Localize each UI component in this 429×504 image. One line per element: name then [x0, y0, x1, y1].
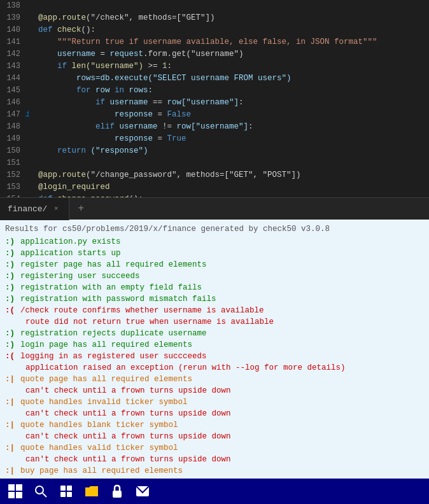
line-content: elif username != row["username"]: — [36, 121, 429, 133]
terminal-subtext: can't check until a frown turns upside d… — [5, 454, 424, 465]
terminal-text: login page has all required elements — [20, 339, 192, 351]
tab-finance[interactable]: finance/ × — [0, 198, 69, 220]
code-editor: 138139@app.route("/check", methods=["GET… — [0, 0, 429, 197]
terminal-status: :) — [5, 236, 18, 248]
tab-add-button[interactable]: + — [72, 200, 90, 218]
terminal-subtext: can't check until a frown turns upside d… — [5, 408, 424, 419]
search-taskbar-button[interactable] — [31, 481, 51, 501]
terminal-text: registering user succeeds — [20, 270, 140, 282]
terminal-subtext: route did not return true when username … — [5, 316, 424, 328]
svg-rect-3 — [16, 492, 22, 498]
task-view-button[interactable] — [56, 481, 76, 501]
line-number: 142 — [0, 48, 25, 60]
svg-rect-1 — [16, 484, 22, 491]
terminal-status: :| — [5, 442, 18, 454]
code-line: 146 if username == row["username"]: — [0, 97, 429, 109]
terminal-text: logging in as registered user succceeds — [20, 351, 207, 362]
code-line: 138 — [0, 0, 429, 12]
code-line: 154def change_password(): — [0, 193, 429, 197]
terminal-header: Results for cs50/problems/2019/x/finance… — [5, 223, 424, 235]
line-number: 140 — [0, 24, 25, 36]
line-number: 154 — [0, 193, 25, 197]
line-number: 151 — [0, 157, 25, 169]
lock-button[interactable] — [107, 481, 127, 501]
terminal-status: :) — [5, 339, 18, 351]
terminal-line: :)registration rejects duplicate usernam… — [5, 328, 424, 339]
terminal-text: register page has all required elements — [20, 259, 207, 270]
line-number: 147 — [0, 109, 25, 121]
line-number: 153 — [0, 181, 25, 193]
code-line: 148 elif username != row["username"]: — [0, 121, 429, 133]
code-line: 149 response = True — [0, 133, 429, 145]
code-line: 152@app.route("/change_password", method… — [0, 169, 429, 181]
svg-rect-8 — [60, 492, 66, 497]
code-line: 142 username = request.form.get("usernam… — [0, 48, 429, 60]
line-number: 150 — [0, 145, 25, 157]
svg-rect-10 — [113, 491, 122, 498]
code-line: 150 return ("response") — [0, 145, 429, 157]
line-number: 149 — [0, 133, 25, 145]
terminal-status: :| — [5, 396, 18, 408]
terminal-status: :) — [5, 259, 18, 270]
terminal-line: :)application starts up — [5, 248, 424, 259]
line-content: @app.route("/change_password", methods=[… — [36, 169, 429, 181]
terminal-status: :( — [5, 305, 18, 316]
line-number: 145 — [0, 85, 25, 97]
terminal-line: :)registering user succeeds — [5, 270, 424, 282]
terminal-line: :|quote handles blank ticker symbol — [5, 419, 424, 431]
line-number: 152 — [0, 169, 25, 181]
line-content: if len("username") >= 1: — [36, 60, 429, 73]
line-content: def change_password(): — [36, 193, 429, 197]
line-content: username = request.form.get("username") — [36, 48, 429, 60]
svg-line-5 — [43, 493, 46, 497]
terminal-status: :| — [5, 465, 18, 477]
line-number: 144 — [0, 73, 25, 85]
code-line: 143 if len("username") >= 1: — [0, 60, 429, 73]
code-line: 151 — [0, 157, 429, 169]
file-explorer-button[interactable] — [81, 481, 102, 501]
code-line: 147i response = False — [0, 109, 429, 121]
terminal-line: :|quote handles invalid ticker symbol — [5, 396, 424, 408]
terminal-line: :|buy page has all required elements — [5, 465, 424, 477]
line-content: @login_required — [36, 181, 429, 193]
terminal-line: :)login page has all required elements — [5, 339, 424, 351]
terminal-text: buy page has all required elements — [20, 465, 183, 477]
terminal-subtext: application raised an exception (rerun w… — [5, 362, 424, 374]
terminal-status: :| — [5, 419, 18, 431]
terminal-status: :( — [5, 351, 18, 362]
terminal-line: :)register page has all required element… — [5, 259, 424, 270]
terminal-text: registration with an empty field fails — [20, 282, 202, 293]
mail-button[interactable] — [132, 481, 153, 501]
terminal-line: :|quote page has all required elements — [5, 374, 424, 385]
terminal-text: application.py exists — [20, 236, 121, 248]
terminal-line: :(/check route confirms whether username… — [5, 305, 424, 316]
svg-rect-9 — [67, 492, 72, 497]
terminal-line: :(logging in as registered user succceed… — [5, 351, 424, 362]
terminal-subtext: can't check until a frown turns upside d… — [5, 385, 424, 396]
terminal-status: :) — [5, 328, 18, 339]
terminal-status: :) — [5, 293, 18, 305]
line-number: 141 — [0, 36, 25, 48]
line-gutter: i — [25, 109, 36, 121]
terminal-subtext: can't check until a frown turns upside d… — [5, 431, 424, 442]
terminal: Results for cs50/problems/2019/x/finance… — [0, 220, 429, 504]
terminal-status: :| — [5, 374, 18, 385]
code-line: 140def check(): — [0, 24, 429, 36]
line-number: 146 — [0, 97, 25, 109]
tab-close-button[interactable]: × — [51, 204, 61, 214]
code-line: 144 rows=db.execute("SELECT username FRO… — [0, 73, 429, 85]
svg-rect-0 — [8, 484, 15, 491]
line-content: @app.route("/check", methods=["GET"]) — [36, 12, 429, 24]
terminal-status: :) — [5, 282, 18, 293]
line-content: response = False — [36, 109, 429, 121]
terminal-text: application starts up — [20, 248, 121, 259]
line-number: 138 — [0, 0, 25, 12]
terminal-text: /check route confirms whether username i… — [20, 305, 264, 316]
start-button[interactable] — [5, 481, 25, 501]
terminal-status: :) — [5, 248, 18, 259]
terminal-line: :|quote handles valid ticker symbol — [5, 442, 424, 454]
terminal-text: registration with password mismatch fail… — [20, 293, 216, 305]
line-content: def check(): — [36, 24, 429, 36]
terminal-line: :)registration with password mismatch fa… — [5, 293, 424, 305]
line-content: if username == row["username"]: — [36, 97, 429, 109]
